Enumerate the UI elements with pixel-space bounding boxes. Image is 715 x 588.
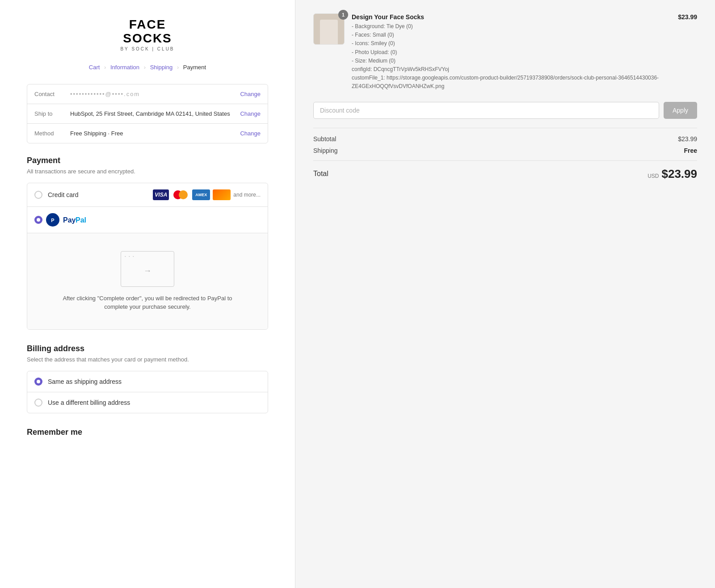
amex-icon: AMEX xyxy=(192,189,210,200)
paypal-redirect-box: → After clicking "Complete order", you w… xyxy=(27,233,268,329)
contact-row: Contact ••••••••••••@••••.com Change xyxy=(27,84,268,104)
billing-different-label: Use a different billing address xyxy=(48,399,130,406)
payment-sub: All transactions are secure and encrypte… xyxy=(27,168,268,175)
total-price: $23.99 xyxy=(661,167,697,181)
svg-text:Pay: Pay xyxy=(63,216,76,224)
total-row: Total USD $23.99 xyxy=(313,160,697,181)
breadcrumb-sep2: › xyxy=(144,64,146,71)
ship-change-link[interactable]: Change xyxy=(240,110,261,117)
redirect-text: After clicking "Complete order", you wil… xyxy=(63,294,232,311)
subtotal-label: Subtotal xyxy=(313,135,336,143)
product-image-inner xyxy=(320,20,338,44)
total-currency: USD xyxy=(648,173,659,179)
product-image-wrap: 1 xyxy=(313,13,345,45)
ship-value: HubSpot, 25 First Street, Cambridge MA 0… xyxy=(70,110,240,117)
method-label: Method xyxy=(34,130,70,137)
visa-icon: VISA xyxy=(153,189,169,200)
logo-line1: FACE xyxy=(27,18,268,32)
card-icons: VISA AMEX and more... xyxy=(153,189,261,200)
totals-section: Subtotal $23.99 Shipping Free Total USD … xyxy=(313,128,697,181)
shipping-row: Shipping Free xyxy=(313,147,697,154)
method-change-link[interactable]: Change xyxy=(240,130,261,137)
billing-different-radio[interactable] xyxy=(34,399,42,407)
billing-options-box: Same as shipping address Use a different… xyxy=(27,371,268,413)
product-details: - Background: Tie Dye (0) - Faces: Small… xyxy=(352,22,671,91)
breadcrumb-sep3: › xyxy=(177,64,179,71)
logo: FACE SOCKS BY SOCK | CLUB xyxy=(27,18,268,51)
method-value: Free Shipping · Free xyxy=(70,130,240,137)
product-info: Design Your Face Socks - Background: Tie… xyxy=(352,13,671,91)
breadcrumb-information[interactable]: Information xyxy=(110,64,139,71)
billing-sub: Select the address that matches your car… xyxy=(27,356,268,363)
paypal-circle-icon: P xyxy=(46,213,59,227)
product-row: 1 Design Your Face Socks - Background: T… xyxy=(313,13,697,91)
billing-different-option[interactable]: Use a different billing address xyxy=(27,392,268,413)
billing-same-radio[interactable] xyxy=(34,378,42,386)
contact-label: Contact xyxy=(34,91,70,97)
breadcrumb-cart[interactable]: Cart xyxy=(89,64,100,71)
paypal-radio[interactable] xyxy=(34,216,42,224)
shipping-value: Free xyxy=(684,147,697,154)
breadcrumb: Cart › Information › Shipping › Payment xyxy=(27,64,268,71)
logo-sub: BY SOCK | CLUB xyxy=(27,46,268,51)
total-amount: USD $23.99 xyxy=(648,167,697,181)
discount-row: Apply xyxy=(313,102,697,119)
breadcrumb-sep1: › xyxy=(104,64,106,71)
billing-same-label: Same as shipping address xyxy=(48,378,122,385)
browser-mock-arrow: → xyxy=(143,266,151,276)
right-panel: 1 Design Your Face Socks - Background: T… xyxy=(295,0,715,588)
remember-me-section: Remember me xyxy=(27,428,268,437)
product-name: Design Your Face Socks xyxy=(352,13,671,21)
browser-mock: → xyxy=(121,251,174,287)
ship-row: Ship to HubSpot, 25 First Street, Cambri… xyxy=(27,104,268,124)
contact-value: ••••••••••••@••••.com xyxy=(70,91,240,97)
payment-section: Payment All transactions are secure and … xyxy=(27,156,268,330)
logo-line2: SOCKS xyxy=(27,32,268,46)
contact-change-link[interactable]: Change xyxy=(240,91,261,97)
payment-title: Payment xyxy=(27,156,268,165)
breadcrumb-shipping[interactable]: Shipping xyxy=(150,64,173,71)
breadcrumb-current: Payment xyxy=(183,64,206,71)
svg-text:P: P xyxy=(51,218,54,223)
discover-icon xyxy=(213,189,231,200)
subtotal-value: $23.99 xyxy=(678,135,697,143)
apply-button[interactable]: Apply xyxy=(664,102,697,119)
paypal-option[interactable]: P Pay Pal xyxy=(27,207,268,233)
subtotal-row: Subtotal $23.99 xyxy=(313,135,697,143)
credit-card-radio[interactable] xyxy=(34,191,42,199)
payment-box: Credit card VISA AMEX and more... xyxy=(27,183,268,330)
credit-card-option[interactable]: Credit card VISA AMEX and more... xyxy=(27,183,268,207)
discount-input[interactable] xyxy=(313,102,659,119)
total-label: Total xyxy=(313,170,328,178)
svg-text:Pal: Pal xyxy=(76,216,86,224)
billing-title: Billing address xyxy=(27,344,268,353)
more-text: and more... xyxy=(233,192,261,198)
mastercard-icon xyxy=(172,189,189,200)
product-badge: 1 xyxy=(338,10,348,20)
paypal-logo-icon: Pay Pal xyxy=(63,214,99,225)
shipping-label: Shipping xyxy=(313,147,338,154)
billing-same-option[interactable]: Same as shipping address xyxy=(27,371,268,392)
credit-card-label: Credit card xyxy=(48,191,147,198)
left-panel: FACE SOCKS BY SOCK | CLUB Cart › Informa… xyxy=(0,0,295,588)
info-box: Contact ••••••••••••@••••.com Change Shi… xyxy=(27,84,268,143)
ship-label: Ship to xyxy=(34,110,70,117)
product-price: $23.99 xyxy=(678,13,697,21)
method-row: Method Free Shipping · Free Change xyxy=(27,124,268,143)
billing-section: Billing address Select the address that … xyxy=(27,344,268,413)
